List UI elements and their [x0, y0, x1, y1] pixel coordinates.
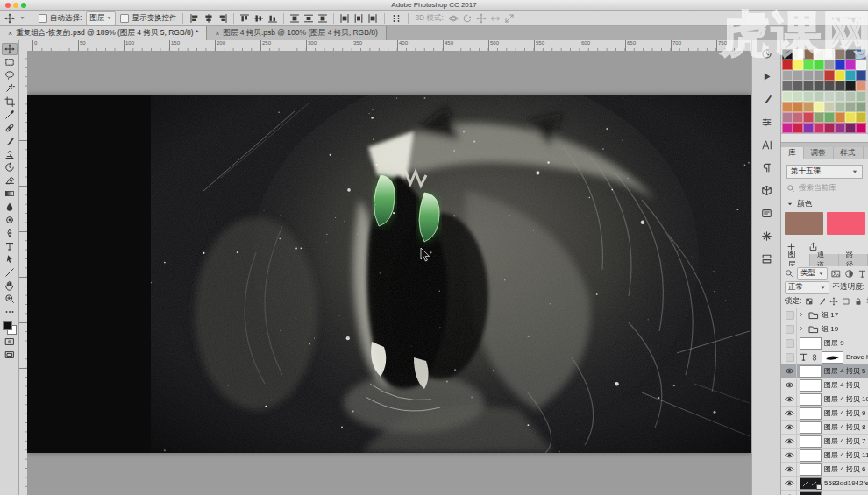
3d-slide-icon[interactable] [490, 13, 501, 24]
layer-filter-dropdown[interactable]: 类型 [797, 267, 828, 280]
foreground-color-swatch[interactable] [3, 321, 12, 330]
layer-row[interactable]: Brave he [781, 350, 868, 364]
tab-库[interactable]: 库 [781, 147, 804, 159]
swatch-cell[interactable] [824, 60, 835, 70]
lasso-tool[interactable] [2, 69, 18, 81]
layer-thumbnail[interactable] [800, 491, 822, 495]
layer-visibility-eye-icon[interactable] [783, 407, 797, 420]
layer-mask-thumbnail[interactable] [822, 351, 843, 364]
3d-scale-icon[interactable] [504, 13, 515, 24]
swatch-cell[interactable] [803, 91, 814, 102]
tab-路径[interactable]: 路径 [839, 254, 868, 266]
dist-h-center-icon[interactable] [353, 13, 364, 24]
swatch-cell[interactable] [856, 81, 866, 91]
layer-row[interactable]: 图层 4 拷贝 9 [781, 407, 868, 421]
swatch-cell[interactable] [835, 123, 845, 133]
swatch-cell[interactable] [824, 70, 835, 81]
3d-roll-icon[interactable] [462, 13, 473, 24]
swatch-cell[interactable] [793, 102, 803, 112]
layer-thumbnail[interactable] [800, 463, 822, 476]
clone-stamp-tool[interactable] [2, 148, 18, 160]
swatch-cell[interactable] [793, 70, 803, 81]
group-expand-icon[interactable] [797, 311, 806, 320]
swatch-cell[interactable] [803, 60, 814, 70]
show-transform-checkbox[interactable]: 显示变换控件 [120, 13, 176, 24]
foreground-background-colors[interactable] [3, 321, 17, 335]
lock-all-icon[interactable] [854, 297, 863, 306]
3d-orbit-icon[interactable] [448, 13, 459, 24]
marquee-tool[interactable] [2, 56, 18, 68]
library-colors-section[interactable]: 颜色 [786, 199, 812, 209]
swatch-cell[interactable] [845, 81, 856, 91]
layer-thumbnail[interactable] [800, 449, 822, 462]
distribute-spacing-icon[interactable] [391, 13, 402, 24]
layer-row[interactable]: 图层 4 拷贝 [781, 378, 868, 392]
swatch-cell[interactable] [793, 112, 803, 123]
layer-row[interactable]: 图层 4 拷贝 10 [781, 392, 868, 407]
blur-tool[interactable] [2, 201, 18, 213]
swatch-cell[interactable] [824, 123, 835, 133]
swatch-cell[interactable] [835, 49, 845, 60]
swatch-cell[interactable] [793, 123, 803, 133]
swatch-cell[interactable] [835, 91, 845, 102]
swatch-cell[interactable] [793, 91, 803, 102]
quick-mask[interactable] [2, 336, 18, 348]
swatch-cell[interactable] [856, 91, 866, 102]
hand-tool[interactable] [2, 279, 18, 292]
layer-thumbnail[interactable] [800, 379, 822, 392]
swatch-cell[interactable] [856, 102, 866, 112]
swatch-cell[interactable] [782, 49, 793, 60]
tab-样式[interactable]: 样式 [834, 147, 864, 159]
swatch-cell[interactable] [824, 91, 835, 102]
swatch-cell[interactable] [856, 70, 866, 81]
pen-tool[interactable] [2, 227, 18, 239]
close-tab-icon[interactable]: × [215, 29, 219, 38]
3d-panel-icon[interactable] [757, 184, 776, 197]
swatch-cell[interactable] [782, 91, 793, 102]
swatch-cell[interactable] [782, 60, 793, 70]
path-select-tool[interactable] [2, 253, 18, 265]
swatch-cell[interactable] [835, 70, 845, 81]
move-tool-icon[interactable] [4, 13, 15, 24]
auto-select-target-dropdown[interactable]: 图层 [86, 11, 116, 25]
healing-brush-tool[interactable] [2, 122, 18, 134]
layer-thumbnail[interactable] [800, 477, 822, 490]
swatch-cell[interactable] [814, 81, 824, 91]
swatch-cell[interactable] [824, 112, 835, 123]
swatch-cell[interactable] [814, 70, 824, 81]
swatch-cell[interactable] [856, 60, 866, 70]
auto-select-checkbox[interactable]: 自动选择: [39, 13, 82, 24]
library-collection-dropdown[interactable]: 第十五课 [786, 165, 863, 179]
zoom-tool[interactable] [2, 293, 18, 305]
swatch-cell[interactable] [814, 123, 824, 133]
layer-row[interactable]: 组 17 [781, 308, 868, 322]
swatch-cell[interactable] [845, 123, 856, 133]
swatch-cell[interactable] [803, 81, 814, 91]
swatch-cell[interactable] [793, 49, 803, 60]
layer-thumbnail[interactable] [800, 407, 822, 420]
paragraph-panel-icon[interactable] [757, 161, 776, 174]
dist-left-icon[interactable] [339, 13, 350, 24]
gradient-tool[interactable] [2, 187, 18, 200]
swatch-cell[interactable] [824, 102, 835, 112]
swatch-cell[interactable] [835, 102, 845, 112]
swatch-cell[interactable] [814, 102, 824, 112]
swatch-cell[interactable] [814, 112, 824, 123]
swatch-cell[interactable] [845, 49, 856, 60]
history-panel-icon[interactable] [757, 47, 776, 60]
library-search-input[interactable]: 搜索当前库 [786, 182, 863, 194]
swatch-cell[interactable] [824, 49, 835, 60]
dist-v-center-icon[interactable] [303, 13, 314, 24]
blend-mode-dropdown[interactable]: 正常 [785, 281, 829, 294]
layer-visibility-toggle[interactable] [783, 322, 797, 336]
swatch-cell[interactable] [803, 70, 814, 81]
layer-row[interactable]: 图层 9 [781, 336, 868, 350]
layer-visibility-toggle[interactable] [783, 308, 797, 322]
layer-visibility-eye-icon[interactable] [783, 477, 797, 490]
swatch-cell[interactable] [803, 102, 814, 112]
close-tab-icon[interactable]: × [8, 29, 12, 38]
layer-row[interactable]: 图层 4 拷贝 7 [781, 435, 868, 449]
align-h-center-icon[interactable] [203, 13, 214, 24]
swatch-cell[interactable] [845, 102, 856, 112]
swatch-cell[interactable] [845, 70, 856, 81]
